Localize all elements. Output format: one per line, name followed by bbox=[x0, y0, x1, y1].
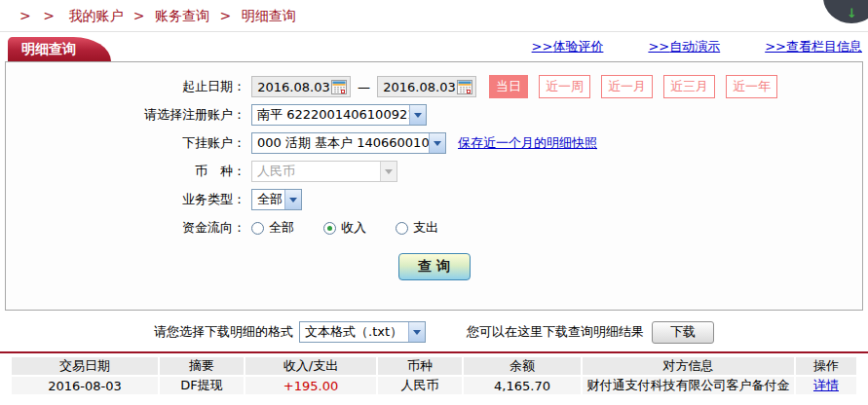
register-account-row: 请选择注册账户： 南平 6222001406100921065 灵通卡 bbox=[6, 103, 862, 127]
breadcrumb-account-query[interactable]: 账务查询 bbox=[155, 8, 209, 23]
quick-button-quarter[interactable]: 近三月 bbox=[663, 75, 715, 98]
cell-currency: 人民币 bbox=[378, 377, 462, 394]
breadcrumb-detail-query[interactable]: 明细查询 bbox=[242, 8, 296, 23]
download-format-label: 请您选择下载明细的格式 bbox=[154, 323, 293, 341]
sub-account-select[interactable]: 000 活期 基本户 1406600101102571848 bbox=[251, 132, 446, 154]
end-date-value: 2016.08.03 bbox=[382, 80, 457, 94]
date-range-label: 起止日期： bbox=[6, 78, 251, 95]
biz-type-select[interactable]: 全部 bbox=[251, 189, 302, 210]
sub-account-row: 下挂账户： 000 活期 基本户 1406600101102571848 保存近… bbox=[6, 131, 862, 155]
quick-button-year[interactable]: 近一年 bbox=[726, 75, 777, 98]
download-result-label: 您可以在这里下载查询明细结果 bbox=[467, 323, 644, 341]
biz-type-row: 业务类型： 全部 bbox=[6, 188, 862, 211]
chevron-down-icon[interactable] bbox=[409, 105, 426, 125]
download-format-select[interactable]: 文本格式（.txt） bbox=[299, 321, 426, 343]
col-header-amount: 收入/支出 bbox=[245, 357, 376, 375]
breadcrumb-separator: > bbox=[219, 8, 231, 23]
register-account-select[interactable]: 南平 6222001406100921065 灵通卡 bbox=[251, 104, 427, 126]
quick-button-week[interactable]: 近一周 bbox=[539, 75, 590, 98]
currency-select: 人民币 bbox=[251, 161, 397, 182]
tab-detail-query[interactable]: 明细查询 bbox=[8, 37, 111, 61]
breadcrumb-separator: > bbox=[133, 8, 145, 23]
cell-counterparty: 财付通支付科技有限公司客户备付金 bbox=[583, 377, 794, 394]
quick-button-month[interactable]: 近一月 bbox=[601, 75, 653, 98]
start-date-value: 2016.08.03 bbox=[256, 80, 331, 94]
date-dash: — bbox=[358, 80, 370, 94]
chevron-down-icon[interactable] bbox=[408, 322, 425, 342]
radio-option-income[interactable]: 收入 bbox=[323, 219, 366, 237]
breadcrumb: > > 我的账户 > 账务查询 > 明细查询 bbox=[0, 0, 868, 32]
currency-label: 币 种： bbox=[6, 163, 251, 180]
query-button[interactable]: 查 询 bbox=[398, 253, 471, 280]
biz-type-label: 业务类型： bbox=[6, 191, 251, 208]
download-row: 请您选择下载明细的格式 文本格式（.txt） 您可以在这里下载查询明细结果 下载 bbox=[0, 319, 868, 345]
calendar-icon[interactable] bbox=[457, 80, 472, 94]
radio-checked-icon[interactable] bbox=[323, 222, 336, 235]
currency-row: 币 种： 人民币 bbox=[6, 160, 862, 183]
date-range-row: 起止日期： 2016.08.03 — 2016.08.03 bbox=[6, 75, 862, 98]
link-auto-demo[interactable]: >>自动演示 bbox=[648, 38, 720, 55]
radio-icon[interactable] bbox=[396, 222, 408, 235]
top-links: >>体验评价 >>自动演示 >>查看栏目信息 bbox=[532, 38, 862, 55]
cell-action: 详情 bbox=[796, 377, 856, 394]
col-header-counterparty: 对方信息 bbox=[583, 357, 794, 375]
tab-row: 明细查询 >>体验评价 >>自动演示 >>查看栏目信息 bbox=[0, 32, 868, 61]
calendar-icon[interactable] bbox=[331, 80, 347, 94]
link-view-column-info[interactable]: >>查看栏目信息 bbox=[765, 38, 862, 55]
cell-summary: DF提现 bbox=[160, 377, 244, 394]
tab-label: 明细查询 bbox=[21, 41, 76, 56]
radio-icon[interactable] bbox=[251, 222, 264, 235]
quick-button-today[interactable]: 当日 bbox=[489, 75, 528, 98]
col-header-summary: 摘要 bbox=[160, 357, 244, 375]
breadcrumb-my-account[interactable]: 我的账户 bbox=[68, 8, 123, 23]
radio-option-expense[interactable]: 支出 bbox=[396, 219, 438, 237]
table-header-row: 交易日期 摘要 收入/支出 币种 余额 对方信息 操作 bbox=[12, 357, 856, 375]
breadcrumb-prefix: > > bbox=[19, 8, 58, 23]
transaction-table: 交易日期 摘要 收入/支出 币种 余额 对方信息 操作 2016-08-03 D… bbox=[10, 355, 858, 396]
link-experience-rating[interactable]: >>体验评价 bbox=[532, 38, 604, 55]
col-header-action: 操作 bbox=[796, 357, 856, 375]
fund-flow-row: 资金流向： 全部 收入 支出 bbox=[6, 216, 862, 239]
table-row: 2016-08-03 DF提现 +195.00 人民币 4,165.70 财付通… bbox=[12, 377, 856, 394]
col-header-currency: 币种 bbox=[378, 357, 462, 375]
radio-option-all[interactable]: 全部 bbox=[251, 219, 294, 237]
download-button[interactable]: 下载 bbox=[652, 321, 714, 344]
sub-account-label: 下挂账户： bbox=[6, 134, 251, 152]
download-arrow-icon: ↓ bbox=[847, 6, 857, 20]
save-monthly-snapshot-link[interactable]: 保存近一个月的明细快照 bbox=[458, 134, 597, 152]
chevron-down-icon[interactable] bbox=[429, 133, 445, 153]
query-form-panel: 起止日期： 2016.08.03 — 2016.08.03 bbox=[5, 61, 863, 311]
register-account-label: 请选择注册账户： bbox=[6, 106, 251, 124]
table-top-divider bbox=[0, 351, 868, 353]
chevron-down-icon[interactable] bbox=[284, 190, 301, 209]
cell-balance: 4,165.70 bbox=[464, 377, 581, 394]
end-date-input[interactable]: 2016.08.03 bbox=[377, 76, 476, 97]
fund-flow-radio-group: 全部 收入 支出 bbox=[251, 219, 468, 237]
start-date-input[interactable]: 2016.08.03 bbox=[251, 76, 351, 97]
cell-amount: +195.00 bbox=[245, 377, 376, 394]
fund-flow-label: 资金流向： bbox=[6, 219, 251, 237]
cell-date: 2016-08-03 bbox=[12, 377, 158, 394]
detail-link[interactable]: 详情 bbox=[813, 378, 839, 392]
col-header-balance: 余额 bbox=[464, 357, 581, 375]
chevron-down-icon bbox=[380, 162, 396, 181]
col-header-date: 交易日期 bbox=[12, 357, 158, 375]
